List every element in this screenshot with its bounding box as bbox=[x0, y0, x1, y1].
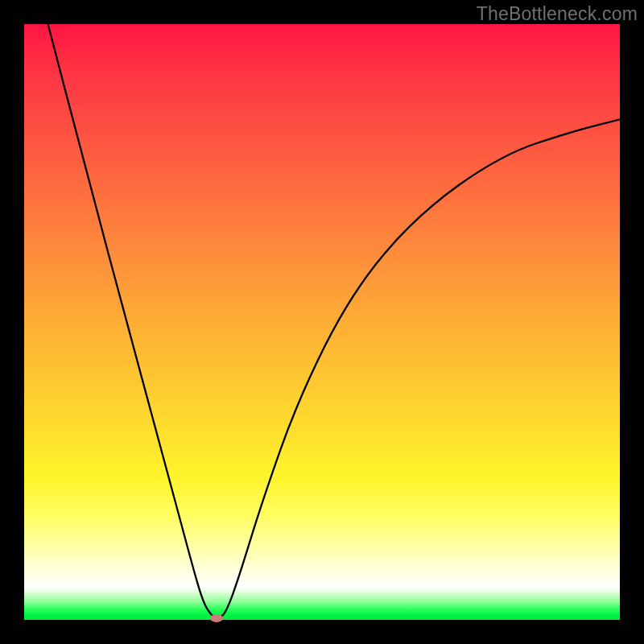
watermark-text: TheBottleneck.com bbox=[477, 3, 638, 25]
bottleneck-curve bbox=[24, 24, 620, 620]
optimal-point-marker bbox=[210, 614, 223, 622]
chart-plot-area bbox=[24, 24, 620, 620]
